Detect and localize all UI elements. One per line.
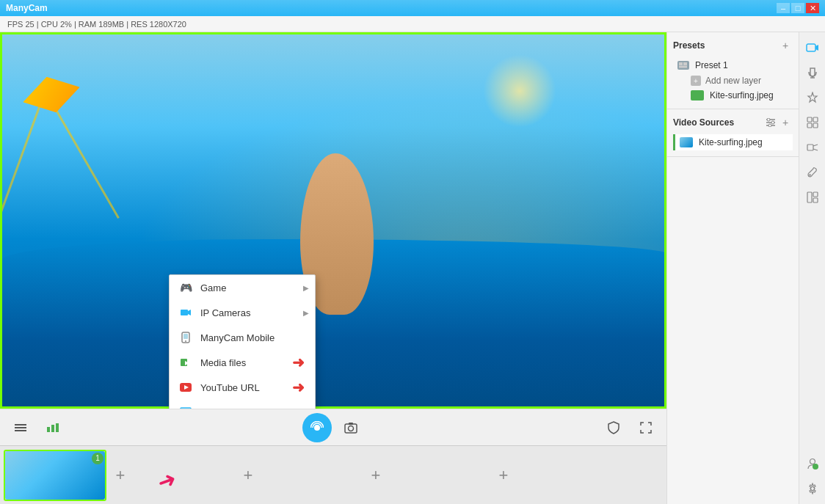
add-layer-label: Add new layer bbox=[705, 76, 761, 86]
preset-1-item[interactable]: Preset 1 bbox=[673, 57, 793, 73]
preview-area: 🎮 Game ▶ IP Cameras ▶ ManyCam Mobile bbox=[0, 32, 666, 409]
menu-label-game: Game bbox=[200, 282, 226, 293]
layer-thumb-kite bbox=[691, 90, 704, 101]
video-sources-add-button[interactable]: + bbox=[778, 115, 793, 130]
svg-rect-27 bbox=[679, 66, 687, 68]
svg-rect-40 bbox=[807, 123, 812, 128]
screenshot-button[interactable] bbox=[338, 414, 364, 441]
svg-rect-26 bbox=[683, 62, 687, 65]
svg-point-3 bbox=[185, 340, 186, 342]
filmstrip-slot-1[interactable]: 1 bbox=[4, 450, 106, 501]
layer-kite-label: Kite-surfing.jpeg bbox=[710, 90, 774, 101]
add-slot-5[interactable]: + bbox=[493, 450, 515, 501]
media-files-indicator: ➜ bbox=[292, 354, 305, 371]
pink-arrow-indicator: ➜ bbox=[154, 465, 180, 495]
menu-label-media-files: Media files bbox=[200, 357, 246, 368]
menu-item-ip-cameras[interactable]: IP Cameras ▶ bbox=[170, 300, 315, 325]
svg-point-21 bbox=[314, 425, 320, 431]
menu-label-manycam-mobile: ManyCam Mobile bbox=[200, 332, 275, 343]
menu-item-desktop[interactable]: Desktop ▶ bbox=[170, 400, 315, 409]
minimize-button[interactable]: – bbox=[777, 3, 790, 13]
svg-point-45 bbox=[809, 174, 810, 175]
video-source-thumb bbox=[680, 137, 693, 147]
manycam-mobile-icon bbox=[178, 330, 193, 345]
video-sources-title: Video Sources bbox=[673, 117, 763, 128]
svg-rect-24 bbox=[349, 423, 353, 425]
strip-gallery-button[interactable] bbox=[802, 112, 824, 134]
bars-button[interactable] bbox=[40, 414, 66, 441]
strip-audio-button[interactable] bbox=[802, 62, 824, 84]
svg-point-32 bbox=[771, 121, 774, 124]
video-source-label: Kite-surfing.jpeg bbox=[699, 137, 763, 147]
svg-rect-48 bbox=[813, 198, 818, 202]
stats-text: FPS 25 | CPU 2% | RAM 189MB | RES 1280X7… bbox=[7, 20, 186, 29]
presets-add-button[interactable]: + bbox=[778, 38, 793, 53]
video-source-kite[interactable]: Kite-surfing.jpeg bbox=[673, 134, 793, 150]
ip-cameras-arrow: ▶ bbox=[303, 309, 309, 317]
strip-camera-button[interactable] bbox=[802, 37, 824, 59]
shield-button[interactable] bbox=[600, 414, 627, 441]
maximize-button[interactable]: □ bbox=[791, 3, 804, 13]
menu-label-youtube-url: YouTube URL bbox=[200, 382, 260, 393]
game-arrow: ▶ bbox=[303, 284, 309, 292]
strip-wrench-button[interactable] bbox=[802, 161, 824, 183]
titlebar: ManyCam – □ ✕ bbox=[0, 0, 825, 16]
add-slot-3[interactable]: + bbox=[237, 450, 259, 501]
menu-item-manycam-mobile[interactable]: ManyCam Mobile bbox=[170, 325, 315, 350]
svg-marker-1 bbox=[188, 310, 191, 315]
filmstrip: 1 + + + + ➜ bbox=[0, 445, 666, 504]
svg-point-50 bbox=[813, 464, 818, 470]
strip-layout-button[interactable] bbox=[802, 186, 824, 208]
svg-rect-18 bbox=[47, 427, 50, 432]
svg-rect-25 bbox=[679, 62, 683, 65]
svg-line-43 bbox=[813, 145, 818, 146]
svg-rect-46 bbox=[807, 192, 812, 202]
svg-rect-19 bbox=[51, 425, 54, 432]
menu-label-desktop: Desktop bbox=[200, 407, 236, 409]
preset-1-label: Preset 1 bbox=[695, 60, 728, 70]
app-title: ManyCam bbox=[6, 3, 48, 13]
close-button[interactable]: ✕ bbox=[806, 3, 819, 13]
svg-rect-20 bbox=[56, 423, 59, 432]
video-sources-options-button[interactable] bbox=[763, 115, 778, 130]
layer-item-kite[interactable]: Kite-surfing.jpeg bbox=[673, 88, 793, 103]
filmstrip-badge: 1 bbox=[92, 453, 103, 464]
svg-point-33 bbox=[768, 124, 771, 127]
preset-1-icon bbox=[677, 61, 689, 70]
svg-rect-34 bbox=[807, 44, 815, 51]
svg-rect-39 bbox=[813, 117, 818, 122]
add-slot-2[interactable]: + bbox=[109, 450, 131, 501]
svg-rect-42 bbox=[807, 145, 813, 150]
desktop-arrow: ▶ bbox=[303, 409, 309, 409]
presets-title: Presets bbox=[673, 40, 778, 51]
presets-header: Presets + bbox=[673, 38, 793, 53]
context-menu: 🎮 Game ▶ IP Cameras ▶ ManyCam Mobile bbox=[169, 274, 316, 409]
menu-item-game[interactable]: 🎮 Game ▶ bbox=[170, 275, 315, 300]
icon-strip bbox=[799, 32, 825, 504]
svg-rect-38 bbox=[807, 117, 812, 122]
strip-tools-button[interactable] bbox=[802, 136, 824, 158]
stats-bar: FPS 25 | CPU 2% | RAM 189MB | RES 1280X7… bbox=[0, 16, 825, 32]
youtube-icon bbox=[178, 380, 193, 395]
fullscreen-button[interactable] bbox=[633, 414, 659, 441]
video-sources-section: Video Sources + Kite-surfing.jpeg bbox=[667, 109, 799, 157]
broadcast-button[interactable] bbox=[302, 413, 332, 442]
strip-profile-button[interactable] bbox=[802, 453, 824, 475]
desktop-icon bbox=[178, 405, 193, 409]
svg-point-31 bbox=[767, 118, 770, 121]
add-layer-item[interactable]: + Add new layer bbox=[673, 73, 793, 88]
presets-section: Presets + Preset 1 + Add new layer Kite-… bbox=[667, 32, 799, 109]
svg-point-23 bbox=[349, 426, 354, 431]
preview-image bbox=[0, 32, 666, 409]
svg-rect-41 bbox=[813, 123, 818, 128]
mix-button[interactable] bbox=[7, 414, 34, 441]
menu-item-youtube-url[interactable]: YouTube URL ➜ bbox=[170, 375, 315, 400]
strip-settings-button[interactable] bbox=[802, 478, 824, 500]
svg-rect-4 bbox=[183, 334, 188, 339]
strip-effects-button[interactable] bbox=[802, 87, 824, 109]
menu-item-media-files[interactable]: Media files ➜ bbox=[170, 350, 315, 375]
game-icon: 🎮 bbox=[178, 280, 193, 295]
menu-label-ip-cameras: IP Cameras bbox=[200, 307, 250, 318]
svg-rect-9 bbox=[181, 408, 191, 409]
add-slot-4[interactable]: + bbox=[365, 450, 387, 501]
